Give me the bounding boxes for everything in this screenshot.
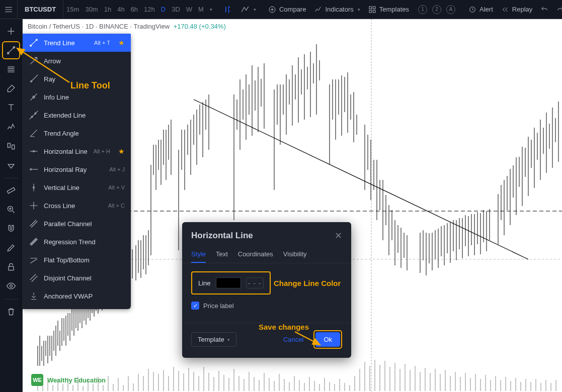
brand-name: Wealthy Education — [47, 376, 106, 384]
ruler-tool[interactable] — [2, 181, 20, 200]
chart-style-button[interactable] — [219, 0, 236, 19]
interval-6h[interactable]: 6h — [128, 0, 141, 19]
templates-button[interactable]: Templates — [364, 0, 413, 19]
flyout-anchored-vwap[interactable]: Anchored VWAP — [23, 287, 131, 305]
svg-rect-4 — [373, 10, 375, 13]
flyout-disjoint-channel[interactable]: Disjoint Channel — [23, 269, 131, 287]
svg-line-28 — [295, 332, 320, 345]
price-label-checkbox[interactable]: ✓ — [191, 302, 199, 310]
svg-rect-8 — [8, 143, 10, 147]
brand-badge: WE — [31, 374, 43, 386]
interval-1h[interactable]: 1h — [101, 0, 114, 19]
star-icon: ★ — [118, 39, 125, 47]
lock-tool[interactable] — [2, 258, 20, 276]
symbol-button[interactable]: BTCUSDT — [18, 0, 63, 19]
flyout-horizontal-ray[interactable]: Horizontal RayAlt + J — [23, 160, 131, 178]
layouts: 1 2 A — [413, 0, 460, 19]
layout-a[interactable]: A — [446, 5, 455, 14]
tab-visibility[interactable]: Visibility — [283, 246, 307, 263]
brand-watermark: WE Wealthy Education — [31, 374, 106, 386]
trash-tool[interactable] — [2, 303, 20, 321]
layout-1[interactable]: 1 — [418, 5, 427, 14]
flyout-extended-line[interactable]: Extended Line — [23, 106, 131, 124]
interval-12h[interactable]: 12h — [141, 0, 158, 19]
interval-list: 15m 30m 1h 4h 6h 12h D 3D W M ▾ — [63, 0, 215, 19]
svg-rect-2 — [373, 7, 375, 9]
flyout-flat-top-bottom[interactable]: Flat Top/Bottom — [23, 251, 131, 269]
compare-button[interactable]: Compare — [264, 0, 310, 19]
indicators-button[interactable]: Indicators — [310, 0, 364, 19]
symbol-info: Bitcoin / TetherUS · 1D · BINANCE · Trad… — [28, 23, 226, 30]
layout-2[interactable]: 2 — [432, 5, 441, 14]
menu-button[interactable] — [0, 0, 18, 19]
color-swatch[interactable] — [216, 277, 241, 288]
alert-button[interactable]: Alert — [464, 0, 497, 19]
replay-button[interactable]: Replay — [497, 0, 536, 19]
flyout-parallel-channel[interactable]: Parallel Channel — [23, 215, 131, 233]
magnet-tool[interactable] — [2, 220, 20, 238]
flyout-regression-trend[interactable]: Regression Trend — [23, 233, 131, 251]
line-style-select[interactable]: - - - — [246, 277, 264, 288]
top-bar: BTCUSDT 15m 30m 1h 4h 6h 12h D 3D W M ▾ … — [0, 0, 562, 19]
tab-coordinates[interactable]: Coordinates — [238, 246, 273, 263]
interval-15m[interactable]: 15m — [63, 0, 82, 19]
interval-3d[interactable]: 3D — [169, 0, 183, 19]
eye-tool[interactable] — [2, 277, 20, 295]
tab-style[interactable]: Style — [191, 246, 206, 263]
pattern-tool[interactable] — [2, 118, 20, 136]
price-change: +170.48 (+0.34%) — [174, 23, 226, 30]
svg-point-13 — [10, 285, 13, 287]
svg-rect-1 — [369, 7, 372, 9]
flyout-trend-angle[interactable]: Trend Angle — [23, 124, 131, 142]
annotation-save: Save changes — [259, 323, 309, 331]
line-label: Line — [198, 279, 211, 287]
svg-line-27 — [17, 48, 69, 82]
annotation-line-tool: Line Tool — [70, 80, 110, 91]
line-style-row: Line - - - — [191, 271, 271, 295]
interval-4h[interactable]: 4h — [114, 0, 127, 19]
undo-button[interactable] — [536, 0, 552, 19]
dialog-title: Horizontal Line — [191, 231, 253, 241]
template-button[interactable]: Template — [191, 332, 236, 347]
price-label-text: Price label — [203, 302, 234, 310]
annotation-change-color: Change Line Color — [274, 279, 341, 287]
interval-d[interactable]: D — [158, 0, 169, 19]
annotation-arrow-1 — [13, 44, 73, 84]
forecast-tool[interactable] — [2, 137, 20, 155]
interval-w[interactable]: W — [183, 0, 195, 19]
zoom-tool[interactable] — [2, 201, 20, 219]
svg-rect-10 — [7, 187, 15, 193]
interval-30m[interactable]: 30m — [82, 0, 101, 19]
cursor-tool[interactable] — [2, 22, 20, 40]
redo-button[interactable] — [552, 0, 562, 19]
flyout-cross-line[interactable]: Cross LineAlt + C — [23, 197, 131, 215]
close-icon[interactable]: ✕ — [335, 230, 342, 241]
interval-dropdown[interactable]: ▾ — [207, 0, 215, 19]
flyout-vertical-line[interactable]: Vertical LineAlt + V — [23, 178, 131, 197]
edit-icon[interactable] — [2, 239, 20, 257]
flyout-horizontal-line[interactable]: Horizontal LineAlt + H★ — [23, 142, 131, 160]
star-icon: ★ — [118, 147, 125, 155]
svg-rect-3 — [369, 10, 372, 13]
text-tool[interactable] — [2, 99, 20, 117]
svg-rect-9 — [12, 145, 15, 149]
svg-rect-12 — [9, 266, 14, 270]
tab-text[interactable]: Text — [216, 246, 228, 263]
interval-m[interactable]: M — [195, 0, 207, 19]
drawings-button[interactable] — [236, 0, 260, 19]
dialog-tabs: Style Text Coordinates Visibility — [182, 246, 351, 263]
down-icon[interactable] — [2, 156, 20, 174]
annotation-arrow-2 — [293, 330, 328, 350]
